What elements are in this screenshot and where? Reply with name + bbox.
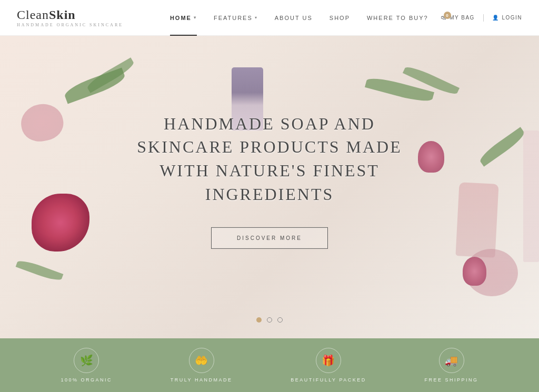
hero-section: HANDMADE SOAP AND SKINCARE PRODUCTS MADE…	[0, 36, 539, 338]
logo-skin: Skin	[49, 8, 76, 22]
person-icon: 👤	[492, 15, 500, 21]
features-bar: 🌿 100% ORGANIC 🤲 TRULY HANDMADE 🎁 BEAUTI…	[0, 338, 539, 392]
logo[interactable]: CleanSkin Handmade Organic Skincare	[17, 8, 123, 27]
logo-tagline: Handmade Organic Skincare	[17, 23, 123, 27]
feature-handmade: 🤲 TRULY HANDMADE	[171, 348, 233, 383]
nav-label-home: HOME	[170, 15, 192, 21]
nav-label-features: FEATURES	[214, 15, 253, 21]
handmade-icon: 🤲	[189, 348, 214, 373]
feature-organic-label: 100% ORGANIC	[61, 377, 112, 383]
nav-label-shop: SHOP	[330, 15, 350, 21]
login-label: LOGIN	[502, 15, 522, 21]
rosebud-decoration	[463, 257, 486, 286]
dish-decoration	[455, 182, 498, 258]
nav-item-features[interactable]: FEATURES ▾	[205, 0, 266, 36]
rosebud-decoration	[418, 141, 444, 173]
hero-title: HANDMADE SOAP AND SKINCARE PRODUCTS MADE…	[135, 112, 404, 206]
nav-item-home[interactable]: HOME ▾	[162, 0, 205, 36]
discover-more-button[interactable]: DISCOVER MORE	[211, 227, 328, 249]
feature-shipping-label: FREE SHIPPING	[425, 377, 478, 383]
site-header: CleanSkin Handmade Organic Skincare HOME…	[0, 0, 539, 36]
slide-dot-2[interactable]	[267, 317, 272, 323]
slideshow-dots	[256, 317, 283, 323]
bag-label: MY BAG	[450, 15, 475, 21]
logo-title: CleanSkin	[17, 8, 123, 22]
logo-clean: Clean	[17, 8, 49, 22]
feature-packed-label: BEAUTIFULLY PACKED	[291, 377, 366, 383]
nav-item-about[interactable]: ABOUT US	[266, 0, 321, 36]
bag-button[interactable]: 🛍 0 MY BAG	[441, 15, 475, 21]
nav-right: 🛍 0 MY BAG 👤 LOGIN	[441, 14, 522, 22]
nav-label-where: WHERE TO BUY?	[367, 15, 428, 21]
feature-handmade-label: TRULY HANDMADE	[171, 377, 233, 383]
slide-dot-1[interactable]	[256, 317, 262, 323]
nav-item-where[interactable]: WHERE TO BUY?	[358, 0, 437, 36]
hero-content: HANDMADE SOAP AND SKINCARE PRODUCTS MADE…	[135, 112, 404, 248]
chevron-down-icon: ▾	[194, 15, 197, 20]
nav-item-shop[interactable]: SHOP	[321, 0, 358, 36]
bag-icon-wrap: 🛍 0	[441, 15, 447, 21]
chevron-down-icon: ▾	[255, 15, 258, 20]
slide-dot-3[interactable]	[277, 317, 283, 323]
main-nav: HOME ▾ FEATURES ▾ ABOUT US SHOP WHERE TO…	[162, 0, 437, 36]
feature-packed: 🎁 BEAUTIFULLY PACKED	[291, 348, 366, 383]
shipping-icon: 🚚	[439, 348, 464, 373]
packed-icon: 🎁	[316, 348, 341, 373]
nav-label-about: ABOUT US	[275, 15, 313, 21]
organic-icon: 🌿	[74, 348, 99, 373]
feature-shipping: 🚚 FREE SHIPPING	[425, 348, 478, 383]
feature-organic: 🌿 100% ORGANIC	[61, 348, 112, 383]
ribbon-decoration	[523, 130, 539, 262]
login-button[interactable]: 👤 LOGIN	[492, 15, 522, 21]
nav-divider	[483, 14, 484, 22]
